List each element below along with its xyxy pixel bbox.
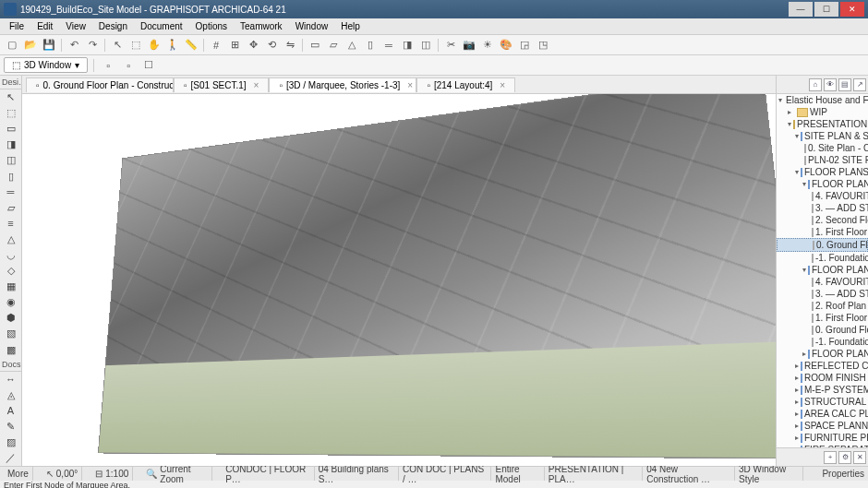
open-icon[interactable]: 📂 bbox=[22, 37, 39, 54]
tree-node[interactable]: ▸REFLECTED CEILING /… bbox=[777, 360, 868, 372]
fold-icon[interactable]: ▾ bbox=[788, 120, 791, 128]
status-segment[interactable]: 04 Building plans S… bbox=[315, 467, 399, 481]
fold-icon[interactable]: ▾ bbox=[795, 168, 799, 176]
person-icon[interactable]: ✋ bbox=[146, 37, 163, 54]
tree-node[interactable]: ▸M-E-P SYSTEMS PLANS… bbox=[777, 384, 868, 396]
snap-icon[interactable]: ⊞ bbox=[226, 37, 243, 54]
render-icon[interactable]: 🎨 bbox=[498, 37, 514, 54]
tree-node[interactable]: ▸SPACE PLANNING - 1:2… bbox=[777, 420, 868, 432]
undo-icon[interactable]: ↶ bbox=[66, 37, 82, 54]
status-segment[interactable]: 04 New Construction … bbox=[643, 467, 735, 481]
status-segment[interactable]: 3D Window Style bbox=[735, 467, 803, 481]
fold-icon[interactable]: ▸ bbox=[795, 398, 799, 406]
fold-icon[interactable]: ▸ bbox=[795, 434, 799, 442]
tree-node[interactable]: PLN-02 SITE PLAN (WI… bbox=[777, 154, 868, 166]
line-tool-icon[interactable]: ／ bbox=[2, 450, 20, 466]
menu-help[interactable]: Help bbox=[335, 19, 366, 33]
view-tab[interactable]: ▫[3D / Marquee, Stories -1-3]× bbox=[269, 77, 416, 92]
nav-publisher-icon[interactable]: ↗ bbox=[853, 78, 866, 91]
tree-node[interactable]: 0. Ground Floor Pl… bbox=[777, 324, 868, 336]
tree-node[interactable]: ▾PRESENTATION bbox=[777, 118, 868, 130]
tree-node[interactable]: -1. Foundation Plan… bbox=[777, 336, 868, 348]
fold-icon[interactable]: ▸ bbox=[795, 422, 799, 430]
marquee-tool-icon[interactable]: ⬚ bbox=[2, 105, 20, 121]
menu-window[interactable]: Window bbox=[290, 19, 334, 33]
save-icon[interactable]: 💾 bbox=[41, 37, 57, 54]
arrow-icon[interactable]: ↖ bbox=[109, 37, 126, 54]
roof-tool-icon[interactable]: △ bbox=[2, 232, 20, 247]
dim-tool-icon[interactable]: ↔ bbox=[2, 372, 20, 387]
status-segment[interactable]: CONDOC | FLOOR P… bbox=[222, 467, 315, 481]
tree-node[interactable]: 0. Ground Floor Pl… bbox=[777, 238, 868, 252]
opt1-icon[interactable]: ▫ bbox=[100, 57, 116, 74]
window-tool-icon[interactable]: ◫ bbox=[2, 152, 20, 168]
nav-view-icon[interactable]: 👁 bbox=[824, 78, 837, 91]
slab-icon[interactable]: ▱ bbox=[325, 37, 342, 54]
tree-node[interactable]: 3. — ADD STORIES … bbox=[777, 288, 868, 300]
menu-view[interactable]: View bbox=[60, 19, 91, 33]
roof-icon[interactable]: △ bbox=[344, 37, 360, 54]
menu-design[interactable]: Design bbox=[93, 19, 133, 33]
tree-node[interactable]: 1. First Floor Plan - … bbox=[777, 312, 868, 324]
tree-node[interactable]: ▸AREA CALC PLANS - C… bbox=[777, 408, 868, 420]
opt2-icon[interactable]: ▫ bbox=[120, 57, 137, 74]
fold-icon[interactable]: ▾ bbox=[795, 132, 799, 140]
menu-file[interactable]: File bbox=[4, 19, 30, 33]
curtain-tool-icon[interactable]: ▦ bbox=[2, 279, 20, 294]
tree-node[interactable]: 2. Second Floor Pl… bbox=[777, 214, 868, 226]
tree-node[interactable]: ▾FLOOR PLANS 1:200 (… bbox=[777, 264, 868, 276]
tree-node[interactable]: ▾FLOOR PLANS 1:150 … bbox=[777, 178, 868, 190]
beam-icon[interactable]: ═ bbox=[380, 37, 397, 54]
menu-teamwork[interactable]: Teamwork bbox=[235, 19, 288, 33]
menu-options[interactable]: Options bbox=[190, 19, 233, 33]
marquee-icon[interactable]: ⬚ bbox=[127, 37, 144, 54]
camera-icon[interactable]: 📷 bbox=[461, 37, 477, 54]
morph-tool-icon[interactable]: ◉ bbox=[2, 294, 20, 310]
props-toggle[interactable]: Properties bbox=[822, 469, 864, 479]
tree-node[interactable]: ▾SITE PLAN & SITE INFO bbox=[777, 130, 868, 142]
arrow-tool-icon[interactable]: ↖ bbox=[2, 89, 20, 105]
new-icon[interactable]: ▢ bbox=[4, 37, 20, 54]
tree-node[interactable]: 3. — ADD STORIES … bbox=[777, 202, 868, 214]
nav-settings-icon[interactable]: ⚙ bbox=[838, 451, 851, 464]
tab-close-icon[interactable]: × bbox=[500, 80, 505, 90]
shell-tool-icon[interactable]: ◡ bbox=[2, 247, 20, 263]
tree-node[interactable]: ▸FLOOR PLANS 1:20 (P… bbox=[777, 348, 868, 360]
maximize-button[interactable]: ☐ bbox=[814, 2, 838, 17]
tab-close-icon[interactable]: × bbox=[254, 80, 259, 90]
rotate-icon[interactable]: ⟲ bbox=[263, 37, 280, 54]
minimize-button[interactable]: — bbox=[789, 2, 813, 17]
label-tool-icon[interactable]: ✎ bbox=[2, 419, 20, 434]
status-segment[interactable]: Entire Model bbox=[491, 467, 544, 481]
tree-node[interactable]: ▾FLOOR PLANS - CONST… bbox=[777, 166, 868, 178]
fold-icon[interactable]: ▸ bbox=[802, 350, 806, 358]
skylight-tool-icon[interactable]: ◇ bbox=[2, 263, 20, 279]
fold-icon[interactable]: ▸ bbox=[795, 410, 799, 418]
tree-node[interactable]: ▸WIP bbox=[777, 106, 868, 118]
status-segment[interactable]: PRESENTATION | PLA… bbox=[545, 467, 643, 481]
dotted-cube-icon[interactable]: ◳ bbox=[535, 37, 551, 54]
fold-icon[interactable]: ▸ bbox=[788, 108, 795, 116]
mesh-tool-icon[interactable]: ▩ bbox=[2, 342, 20, 358]
tree-node[interactable]: 4. FAVOURITES bbox=[777, 276, 868, 288]
tree-node[interactable]: ▸ROOM FINISH PLANS bbox=[777, 372, 868, 384]
menu-document[interactable]: Document bbox=[135, 19, 188, 33]
tree-node[interactable]: 4. FAVOURITES bbox=[777, 190, 868, 202]
tree-root[interactable]: ▾Elastic House and Flat bbox=[777, 94, 868, 106]
beam-tool-icon[interactable]: ═ bbox=[2, 184, 20, 200]
zone-tool-icon[interactable]: ▧ bbox=[2, 326, 20, 341]
stair-tool-icon[interactable]: ≡ bbox=[2, 216, 20, 232]
window-icon[interactable]: ◫ bbox=[417, 37, 434, 54]
tree-node[interactable]: 0. Site Plan - Constru… bbox=[777, 142, 868, 154]
nav-delete-icon[interactable]: ✕ bbox=[853, 451, 866, 464]
view-tab[interactable]: ▫[214 Layout:4]× bbox=[416, 77, 515, 92]
opt3-icon[interactable]: ☐ bbox=[140, 57, 157, 74]
status-segment[interactable]: CON DOC | PLANS / … bbox=[399, 467, 492, 481]
wall-icon[interactable]: ▭ bbox=[307, 37, 323, 54]
measure-icon[interactable]: 📏 bbox=[183, 37, 199, 54]
3d-canvas[interactable] bbox=[22, 94, 776, 466]
column-icon[interactable]: ▯ bbox=[362, 37, 379, 54]
move-icon[interactable]: ✥ bbox=[245, 37, 261, 54]
fold-icon[interactable]: ▸ bbox=[795, 362, 799, 370]
object-tool-icon[interactable]: ⬢ bbox=[2, 310, 20, 326]
